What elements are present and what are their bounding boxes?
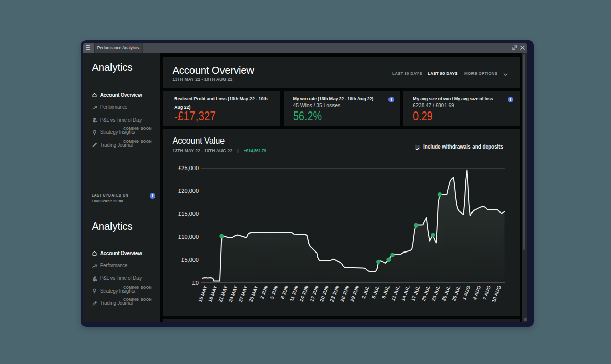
svg-text:£20,000: £20,000 <box>178 188 199 194</box>
svg-text:18 MAY: 18 MAY <box>207 285 218 303</box>
svg-text:29 JUL: 29 JUL <box>451 285 461 302</box>
svg-text:4 AUG: 4 AUG <box>471 285 482 300</box>
svg-text:17 JUL: 17 JUL <box>410 285 421 302</box>
svg-text:27 MAY: 27 MAY <box>237 285 248 303</box>
svg-text:5 JUL: 5 JUL <box>371 285 380 299</box>
svg-text:£10,000: £10,000 <box>178 234 199 240</box>
svg-text:23 JUN: 23 JUN <box>329 285 340 302</box>
svg-text:26 JUN: 26 JUN <box>339 285 350 302</box>
svg-text:£5,000: £5,000 <box>181 257 199 263</box>
svg-text:11 JUL: 11 JUL <box>390 285 401 301</box>
svg-text:14 JUL: 14 JUL <box>400 285 411 302</box>
svg-text:8 JUN: 8 JUN <box>279 285 289 300</box>
svg-text:21 MAY: 21 MAY <box>217 285 229 303</box>
svg-text:2 JUL: 2 JUL <box>360 285 370 299</box>
svg-text:2 JUN: 2 JUN <box>259 285 269 300</box>
svg-text:23 JUL: 23 JUL <box>430 285 441 302</box>
svg-text:17 JUN: 17 JUN <box>309 285 320 302</box>
svg-text:£15,000: £15,000 <box>178 211 199 217</box>
svg-text:7 AUG: 7 AUG <box>482 285 492 300</box>
svg-text:£25,000: £25,000 <box>178 165 199 171</box>
svg-text:5 JUN: 5 JUN <box>269 285 279 300</box>
svg-text:1 AUG: 1 AUG <box>461 285 471 300</box>
svg-text:10 AUG: 10 AUG <box>491 285 502 303</box>
svg-text:£0: £0 <box>192 279 199 286</box>
svg-text:11 JUN: 11 JUN <box>289 285 299 302</box>
svg-text:20 JUL: 20 JUL <box>420 285 431 302</box>
svg-text:8 JUL: 8 JUL <box>381 285 391 299</box>
svg-text:15 MAY: 15 MAY <box>197 285 208 303</box>
svg-text:26 JUL: 26 JUL <box>440 285 451 302</box>
svg-text:29 JUN: 29 JUN <box>349 285 360 302</box>
svg-text:30 MAY: 30 MAY <box>247 285 259 303</box>
svg-text:20 JUN: 20 JUN <box>319 285 330 302</box>
svg-text:14 JUN: 14 JUN <box>298 285 310 302</box>
svg-text:24 MAY: 24 MAY <box>228 285 239 303</box>
